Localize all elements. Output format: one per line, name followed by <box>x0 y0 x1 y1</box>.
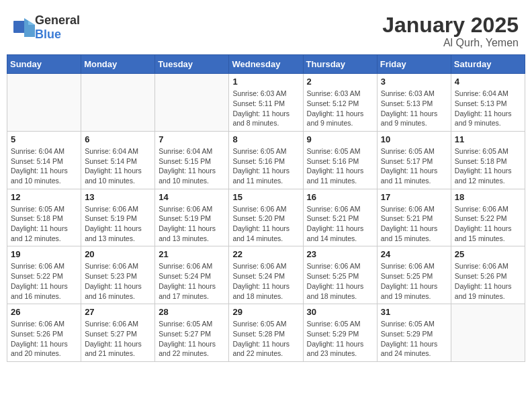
day-info: Sunrise: 6:06 AMSunset: 5:19 PMDaylight:… <box>85 204 151 244</box>
title-area: January 2025 Al Qurh, Yemen <box>382 13 519 49</box>
day-info: Sunrise: 6:05 AMSunset: 5:29 PMDaylight:… <box>307 319 373 359</box>
calendar-cell: 8Sunrise: 6:05 AMSunset: 5:16 PMDaylight… <box>229 131 303 189</box>
logo-general: General <box>35 13 80 27</box>
day-number: 2 <box>307 77 373 87</box>
weekday-header-saturday: Saturday <box>451 55 525 74</box>
day-number: 4 <box>455 77 521 87</box>
day-info: Sunrise: 6:06 AMSunset: 5:24 PMDaylight:… <box>232 261 299 301</box>
week-row-4: 19Sunrise: 6:06 AMSunset: 5:22 PMDayligh… <box>7 246 525 304</box>
logo-blue: Blue <box>35 28 61 41</box>
weekday-header-wednesday: Wednesday <box>229 55 303 74</box>
calendar-cell: 25Sunrise: 6:06 AMSunset: 5:26 PMDayligh… <box>451 246 525 304</box>
svg-marker-1 <box>24 18 35 37</box>
day-info: Sunrise: 6:05 AMSunset: 5:16 PMDaylight:… <box>307 146 373 186</box>
calendar-cell: 3Sunrise: 6:03 AMSunset: 5:13 PMDaylight… <box>377 74 451 132</box>
day-number: 26 <box>11 307 77 317</box>
calendar-cell: 13Sunrise: 6:06 AMSunset: 5:19 PMDayligh… <box>81 189 155 246</box>
day-info: Sunrise: 6:05 AMSunset: 5:28 PMDaylight:… <box>232 319 299 359</box>
weekday-header-thursday: Thursday <box>303 55 377 74</box>
calendar-cell: 27Sunrise: 6:06 AMSunset: 5:27 PMDayligh… <box>81 304 155 362</box>
page-header: General Blue January 2025 Al Qurh, Yemen <box>7 7 525 54</box>
calendar-title: January 2025 <box>382 13 519 37</box>
calendar-cell: 6Sunrise: 6:04 AMSunset: 5:14 PMDaylight… <box>81 131 155 189</box>
day-info: Sunrise: 6:06 AMSunset: 5:25 PMDaylight:… <box>307 261 373 301</box>
day-info: Sunrise: 6:04 AMSunset: 5:14 PMDaylight:… <box>85 146 151 186</box>
calendar-cell: 5Sunrise: 6:04 AMSunset: 5:14 PMDaylight… <box>7 131 81 189</box>
day-number: 3 <box>381 77 447 87</box>
day-number: 20 <box>85 249 151 259</box>
calendar-cell: 15Sunrise: 6:06 AMSunset: 5:20 PMDayligh… <box>229 189 303 246</box>
day-number: 21 <box>159 249 225 259</box>
day-number: 15 <box>232 192 299 202</box>
weekday-header-monday: Monday <box>81 55 155 74</box>
day-info: Sunrise: 6:04 AMSunset: 5:13 PMDaylight:… <box>455 89 521 128</box>
day-info: Sunrise: 6:05 AMSunset: 5:17 PMDaylight:… <box>381 146 447 186</box>
calendar-cell <box>451 304 525 362</box>
day-info: Sunrise: 6:04 AMSunset: 5:14 PMDaylight:… <box>11 146 77 186</box>
day-number: 23 <box>307 249 373 259</box>
calendar-cell: 29Sunrise: 6:05 AMSunset: 5:28 PMDayligh… <box>229 304 303 362</box>
day-info: Sunrise: 6:06 AMSunset: 5:22 PMDaylight:… <box>11 261 77 301</box>
day-info: Sunrise: 6:05 AMSunset: 5:29 PMDaylight:… <box>381 319 447 359</box>
calendar-cell: 30Sunrise: 6:05 AMSunset: 5:29 PMDayligh… <box>303 304 377 362</box>
day-info: Sunrise: 6:06 AMSunset: 5:20 PMDaylight:… <box>232 204 299 244</box>
calendar-cell <box>7 74 81 132</box>
day-info: Sunrise: 6:05 AMSunset: 5:18 PMDaylight:… <box>455 146 521 186</box>
day-number: 29 <box>232 307 299 317</box>
calendar-cell: 28Sunrise: 6:05 AMSunset: 5:27 PMDayligh… <box>155 304 229 362</box>
day-info: Sunrise: 6:03 AMSunset: 5:12 PMDaylight:… <box>307 89 373 128</box>
calendar-cell: 1Sunrise: 6:03 AMSunset: 5:11 PMDaylight… <box>229 74 303 132</box>
day-number: 30 <box>307 307 373 317</box>
calendar-cell: 26Sunrise: 6:06 AMSunset: 5:26 PMDayligh… <box>7 304 81 362</box>
calendar-cell: 18Sunrise: 6:06 AMSunset: 5:22 PMDayligh… <box>451 189 525 246</box>
day-info: Sunrise: 6:05 AMSunset: 5:18 PMDaylight:… <box>11 204 77 244</box>
day-number: 17 <box>381 192 447 202</box>
calendar-cell: 20Sunrise: 6:06 AMSunset: 5:23 PMDayligh… <box>81 246 155 304</box>
day-number: 5 <box>11 134 77 144</box>
week-row-1: 1Sunrise: 6:03 AMSunset: 5:11 PMDaylight… <box>7 74 525 132</box>
day-info: Sunrise: 6:06 AMSunset: 5:26 PMDaylight:… <box>455 261 521 301</box>
calendar-cell: 7Sunrise: 6:04 AMSunset: 5:15 PMDaylight… <box>155 131 229 189</box>
logo: General Blue <box>13 13 80 42</box>
weekday-header-tuesday: Tuesday <box>155 55 229 74</box>
day-info: Sunrise: 6:06 AMSunset: 5:24 PMDaylight:… <box>159 261 225 301</box>
calendar-cell: 22Sunrise: 6:06 AMSunset: 5:24 PMDayligh… <box>229 246 303 304</box>
day-number: 6 <box>85 134 151 144</box>
day-number: 19 <box>11 249 77 259</box>
day-info: Sunrise: 6:06 AMSunset: 5:19 PMDaylight:… <box>159 204 225 244</box>
day-number: 27 <box>85 307 151 317</box>
day-number: 24 <box>381 249 447 259</box>
logo-icon <box>13 18 35 37</box>
day-number: 9 <box>307 134 373 144</box>
calendar-cell: 4Sunrise: 6:04 AMSunset: 5:13 PMDaylight… <box>451 74 525 132</box>
day-number: 13 <box>85 192 151 202</box>
day-number: 14 <box>159 192 225 202</box>
calendar-cell: 24Sunrise: 6:06 AMSunset: 5:25 PMDayligh… <box>377 246 451 304</box>
day-info: Sunrise: 6:06 AMSunset: 5:23 PMDaylight:… <box>85 261 151 301</box>
day-number: 25 <box>455 249 521 259</box>
calendar-cell: 11Sunrise: 6:05 AMSunset: 5:18 PMDayligh… <box>451 131 525 189</box>
day-info: Sunrise: 6:06 AMSunset: 5:21 PMDaylight:… <box>381 204 447 244</box>
calendar-cell <box>155 74 229 132</box>
day-info: Sunrise: 6:05 AMSunset: 5:27 PMDaylight:… <box>159 319 225 359</box>
calendar-cell: 31Sunrise: 6:05 AMSunset: 5:29 PMDayligh… <box>377 304 451 362</box>
day-info: Sunrise: 6:04 AMSunset: 5:15 PMDaylight:… <box>159 146 225 186</box>
day-info: Sunrise: 6:06 AMSunset: 5:27 PMDaylight:… <box>85 319 151 359</box>
day-info: Sunrise: 6:06 AMSunset: 5:22 PMDaylight:… <box>455 204 521 244</box>
day-number: 12 <box>11 192 77 202</box>
calendar-table: SundayMondayTuesdayWednesdayThursdayFrid… <box>7 54 525 362</box>
calendar-cell: 2Sunrise: 6:03 AMSunset: 5:12 PMDaylight… <box>303 74 377 132</box>
calendar-cell <box>81 74 155 132</box>
calendar-cell: 19Sunrise: 6:06 AMSunset: 5:22 PMDayligh… <box>7 246 81 304</box>
day-number: 11 <box>455 134 521 144</box>
day-number: 1 <box>232 77 299 87</box>
weekday-header-sunday: Sunday <box>7 55 81 74</box>
day-number: 8 <box>232 134 299 144</box>
calendar-cell: 14Sunrise: 6:06 AMSunset: 5:19 PMDayligh… <box>155 189 229 246</box>
week-row-5: 26Sunrise: 6:06 AMSunset: 5:26 PMDayligh… <box>7 304 525 362</box>
day-number: 10 <box>381 134 447 144</box>
day-info: Sunrise: 6:03 AMSunset: 5:11 PMDaylight:… <box>232 89 299 128</box>
calendar-cell: 16Sunrise: 6:06 AMSunset: 5:21 PMDayligh… <box>303 189 377 246</box>
weekday-header-row: SundayMondayTuesdayWednesdayThursdayFrid… <box>7 55 525 74</box>
calendar-cell: 21Sunrise: 6:06 AMSunset: 5:24 PMDayligh… <box>155 246 229 304</box>
